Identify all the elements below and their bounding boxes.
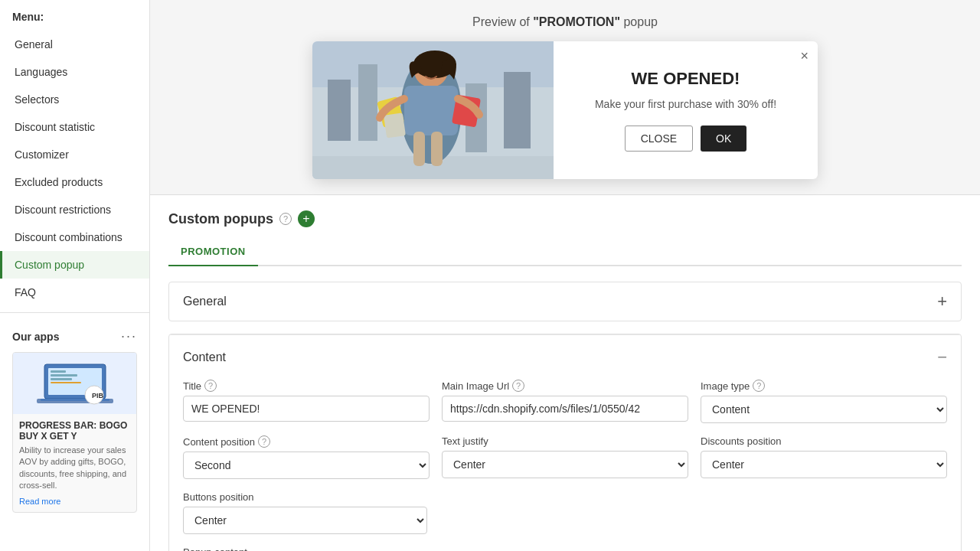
- svg-rect-12: [328, 80, 351, 141]
- svg-rect-23: [384, 112, 406, 138]
- form-row-4: Popup content Make your first purchase w…: [183, 546, 947, 551]
- sidebar-apps-section: Our apps ··· PIB: [0, 319, 149, 522]
- popup-buttons: CLOSE OK: [625, 126, 747, 152]
- popup-shopping-image: [312, 41, 554, 179]
- discounts-position-label: Discounts position: [701, 435, 947, 447]
- content-section: Content − Title ? Main Image Url: [168, 334, 962, 551]
- app-card: PIB PROGRESS BAR: BOGO BUY X GET Y Abili…: [12, 352, 137, 513]
- image-type-help-icon[interactable]: ?: [753, 380, 765, 392]
- tabs-bar: PROMOTION: [168, 238, 962, 266]
- form-group-text-justify: Text justify Left Center Right: [442, 435, 688, 479]
- text-justify-select[interactable]: Left Center Right: [442, 451, 688, 478]
- popup-close-button[interactable]: CLOSE: [625, 126, 693, 152]
- content-position-help-icon[interactable]: ?: [258, 435, 270, 448]
- our-apps-label: Our apps: [12, 331, 59, 343]
- custom-popups-header: Custom popups ? +: [168, 210, 962, 227]
- sidebar-item-custom-popup[interactable]: Custom popup: [0, 251, 149, 279]
- svg-rect-2: [51, 370, 66, 373]
- svg-rect-20: [404, 86, 458, 135]
- apps-more-button[interactable]: ···: [121, 328, 137, 344]
- tab-promotion[interactable]: PROMOTION: [168, 238, 258, 266]
- title-input[interactable]: [183, 396, 430, 422]
- form-row-3: Buttons position Left Center Right: [183, 491, 947, 534]
- form-group-main-image-url: Main Image Url ?: [442, 380, 688, 423]
- popup-content-label: Popup content: [183, 546, 947, 551]
- content-position-label: Content position ?: [183, 435, 430, 448]
- form-group-popup-content: Popup content Make your first purchase w…: [183, 546, 947, 551]
- buttons-position-label: Buttons position: [183, 491, 427, 503]
- main-content: Preview of "PROMOTION" popup: [150, 0, 980, 551]
- sidebar-item-excluded-products[interactable]: Excluded products: [0, 168, 149, 196]
- popup-content-area: × WE OPENED! Make your first purchase wi…: [554, 41, 818, 179]
- svg-rect-5: [51, 382, 81, 383]
- sidebar-item-languages[interactable]: Languages: [0, 58, 149, 86]
- sidebar-item-discount-statistic[interactable]: Discount statistic: [0, 113, 149, 141]
- general-section: General +: [168, 282, 962, 321]
- content-panel: Custom popups ? + PROMOTION General + Co…: [150, 195, 980, 551]
- general-section-toggle[interactable]: +: [937, 293, 947, 310]
- title-label: Title ?: [183, 380, 430, 392]
- app-card-description: Ability to increase your sales AOV by ad…: [19, 445, 130, 492]
- discounts-position-select[interactable]: Left Center Right: [701, 451, 947, 478]
- content-position-select[interactable]: First Second Third: [183, 452, 430, 479]
- sidebar-item-discount-combinations[interactable]: Discount combinations: [0, 223, 149, 251]
- image-type-label: Image type ?: [701, 380, 947, 392]
- preview-title: Preview of "PROMOTION" popup: [472, 15, 658, 29]
- popup-heading: WE OPENED!: [632, 69, 740, 89]
- custom-popups-help-icon[interactable]: ?: [279, 213, 292, 225]
- app-card-title: PROGRESS BAR: BOGO BUY X GET Y: [19, 420, 130, 442]
- sidebar-item-discount-restrictions[interactable]: Discount restrictions: [0, 196, 149, 223]
- app-card-image-inner: PIB: [13, 353, 136, 414]
- sidebar-item-customizer[interactable]: Customizer: [0, 141, 149, 168]
- popup-close-x-button[interactable]: ×: [800, 49, 808, 63]
- svg-rect-25: [431, 132, 443, 166]
- svg-rect-24: [413, 132, 425, 166]
- content-section-title: Content: [183, 350, 226, 364]
- svg-rect-14: [504, 72, 531, 148]
- svg-rect-13: [358, 64, 377, 141]
- content-section-collapse[interactable]: −: [937, 347, 947, 367]
- app-card-read-more[interactable]: Read more: [19, 497, 130, 506]
- text-justify-label: Text justify: [442, 435, 688, 447]
- popup-body-text: Make your first purchase with 30% off!: [595, 98, 776, 110]
- popup-image: [312, 41, 554, 179]
- sidebar-menu-label: Menu:: [0, 0, 149, 31]
- popup-ok-button[interactable]: OK: [701, 126, 746, 152]
- sidebar-divider: [0, 312, 149, 313]
- form-row-2: Content position ? First Second Third Te…: [183, 435, 947, 479]
- custom-popups-title: Custom popups: [168, 211, 273, 227]
- app-card-body: PROGRESS BAR: BOGO BUY X GET Y Ability t…: [13, 414, 136, 512]
- content-section-sub-header: Content −: [183, 347, 947, 367]
- form-group-discounts-position: Discounts position Left Center Right: [701, 435, 947, 479]
- app-card-image: PIB: [13, 353, 136, 414]
- preview-area: Preview of "PROMOTION" popup: [150, 0, 980, 195]
- add-popup-button[interactable]: +: [298, 210, 315, 227]
- sidebar-apps-header: Our apps ···: [12, 328, 137, 344]
- svg-rect-4: [51, 378, 72, 380]
- sidebar: Menu: General Languages Selectors Discou…: [0, 0, 150, 551]
- sidebar-item-selectors[interactable]: Selectors: [0, 86, 149, 113]
- form-group-content-position: Content position ? First Second Third: [183, 435, 430, 479]
- main-image-url-input[interactable]: [442, 396, 688, 422]
- form-group-image-type: Image type ? Content Background None: [701, 380, 947, 423]
- title-help-icon[interactable]: ?: [204, 380, 217, 392]
- general-section-header[interactable]: General +: [169, 282, 961, 321]
- main-image-url-help-icon[interactable]: ?: [512, 380, 524, 392]
- form-group-buttons-position: Buttons position Left Center Right: [183, 491, 427, 534]
- sidebar-item-faq[interactable]: FAQ: [0, 279, 149, 306]
- content-section-body: Content − Title ? Main Image Url: [169, 334, 961, 551]
- app-illustration: PIB: [29, 357, 121, 410]
- general-section-title: General: [183, 295, 227, 308]
- buttons-position-select[interactable]: Left Center Right: [183, 507, 427, 534]
- form-row-1: Title ? Main Image Url ?: [183, 380, 947, 423]
- sidebar-item-general[interactable]: General: [0, 31, 149, 58]
- form-group-title: Title ?: [183, 380, 430, 423]
- image-type-select[interactable]: Content Background None: [701, 396, 947, 423]
- svg-text:PIB: PIB: [92, 392, 104, 399]
- main-image-url-label: Main Image Url ?: [442, 380, 688, 392]
- preview-popup: × WE OPENED! Make your first purchase wi…: [312, 41, 818, 179]
- svg-rect-3: [51, 374, 77, 377]
